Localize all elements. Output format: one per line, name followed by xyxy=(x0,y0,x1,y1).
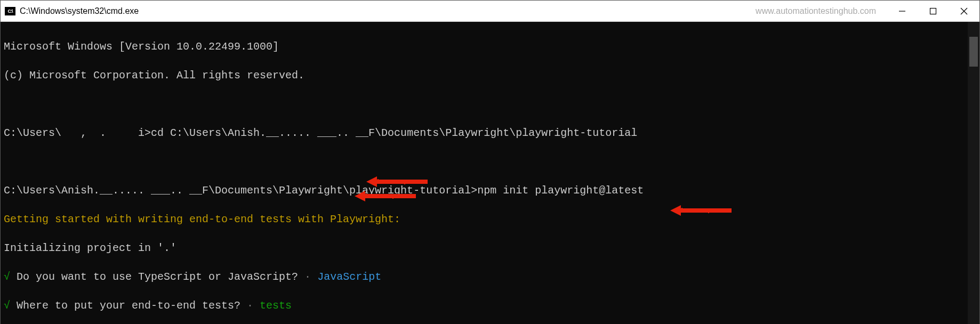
maximize-button[interactable] xyxy=(918,1,949,22)
prompt-line: C:\Users\ , . i>cd C:\Users\Anish.__....… xyxy=(4,126,963,140)
copyright-line: (c) Microsoft Corporation. All rights re… xyxy=(4,68,963,83)
minimize-button[interactable] xyxy=(887,1,918,22)
scrollbar-thumb[interactable] xyxy=(969,37,978,67)
blank-line xyxy=(4,97,963,111)
header-line: Microsoft Windows [Version 10.0.22499.10… xyxy=(4,39,963,54)
terminal[interactable]: Microsoft Windows [Version 10.0.22499.10… xyxy=(1,22,968,324)
blank-line xyxy=(4,155,963,169)
question-line-tests: √ Where to put your end-to-end tests? · … xyxy=(4,298,963,313)
terminal-wrapper: Microsoft Windows [Version 10.0.22499.10… xyxy=(1,22,979,324)
cmd-icon: C:\ xyxy=(5,7,15,15)
question-line-typescript: √ Do you want to use TypeScript or JavaS… xyxy=(4,270,963,284)
cmd-window: C:\ C:\Windows\system32\cmd.exe www.auto… xyxy=(0,0,980,324)
window-title: C:\Windows\system32\cmd.exe xyxy=(20,6,139,16)
getting-started-line: Getting started with writing end-to-end … xyxy=(4,212,963,226)
window-controls xyxy=(887,1,979,22)
close-button[interactable] xyxy=(949,1,979,22)
scrollbar[interactable] xyxy=(968,22,979,324)
initializing-line: Initializing project in '.' xyxy=(4,241,963,255)
svg-rect-1 xyxy=(930,8,936,14)
prompt-line: C:\Users\Anish.__..... ___.. __F\Documen… xyxy=(4,183,963,198)
titlebar[interactable]: C:\ C:\Windows\system32\cmd.exe www.auto… xyxy=(1,1,979,22)
watermark-text: www.automationtestinghub.com xyxy=(756,6,876,16)
